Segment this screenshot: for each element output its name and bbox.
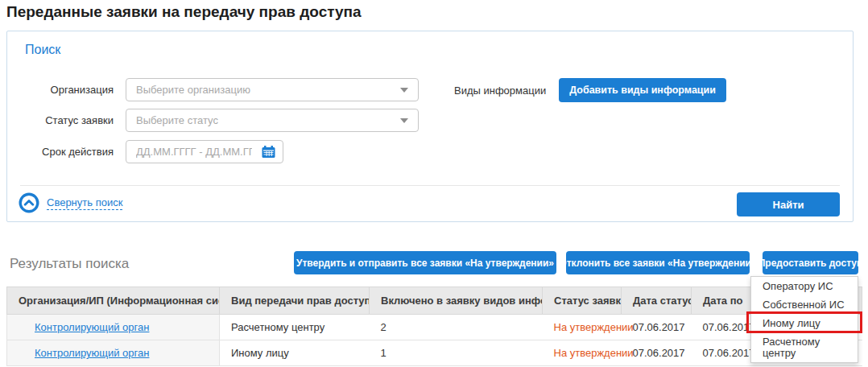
status-select[interactable] [126,109,419,132]
info-types-label: Виды информации [454,85,546,97]
cell-status: На утверждении [543,340,622,366]
status-label: Статус заявки [7,114,114,126]
period-input[interactable] [134,145,254,159]
table-row: Контролирующий орган Расчетному центру 2… [7,315,862,340]
panel-divider [20,185,840,186]
status-row: Статус заявки [7,109,419,132]
calendar-icon[interactable] [262,146,275,159]
page-title: Переданные заявки на передачу прав досту… [6,3,362,21]
cell-transfer-type: Иному лицу [220,340,370,366]
table-row: Контролирующий орган Иному лицу 1 На утв… [7,340,862,366]
header-organization: Организация/ИП (Информационная система) [7,287,220,315]
decline-all-button[interactable]: Отклонить все заявки «На утверждении» [566,251,750,274]
chevron-down-icon [400,118,408,123]
cell-transfer-type: Расчетному центру [220,315,370,340]
organization-row: Организация [7,78,419,101]
status-input[interactable] [134,113,392,127]
add-info-types-button[interactable]: Добавить виды информации [559,78,726,102]
results-title: Результаты поиска [10,256,129,272]
cell-info-count: 2 [370,315,543,340]
search-panel-title: Поиск [25,43,60,57]
find-button[interactable]: Найти [737,192,840,216]
grant-access-button[interactable]: Предоставить доступ [763,251,858,274]
organization-label: Организация [7,84,114,96]
collapse-search[interactable]: Свернуть поиск [19,192,122,213]
header-info-count: Включено в заявку видов информации [370,287,543,315]
menu-item-operator-is[interactable]: Оператору ИС [751,277,858,295]
info-types-row: Виды информации Добавить виды информации [454,78,726,102]
page: Переданные заявки на передачу прав досту… [0,0,868,367]
collapse-circle-up-icon[interactable] [19,192,39,213]
menu-item-other-person[interactable]: Иному лицу [751,314,858,332]
period-row: Срок действия [7,140,283,163]
header-status: Статус заявки [543,287,622,315]
header-transfer-type: Вид передачи прав доступа [220,287,370,315]
organization-input[interactable] [134,83,392,97]
organization-link[interactable]: Контролирующий орган [35,321,149,333]
collapse-search-link[interactable]: Свернуть поиск [47,196,122,210]
cell-status: На утверждении [543,315,622,340]
period-label: Срок действия [7,146,114,158]
search-panel: Поиск Организация Статус заявки Срок дей… [6,31,854,222]
cell-organization: Контролирующий орган [7,340,220,366]
chevron-down-icon [400,88,408,93]
table-header-row: Организация/ИП (Информационная система) … [7,287,862,315]
cell-organization: Контролирующий орган [7,315,220,340]
cell-info-count: 1 [370,340,543,366]
results-table: Организация/ИП (Информационная система) … [6,287,862,366]
grant-access-menu: Оператору ИС Собственной ИС Иному лицу Р… [750,276,858,363]
menu-item-own-is[interactable]: Собственной ИС [751,295,858,314]
header-status-date: Дата статуса [622,287,692,315]
menu-item-settlement-center[interactable]: Расчетному центру [751,332,858,362]
approve-all-button[interactable]: Утвердить и отправить все заявки «На утв… [294,251,556,274]
period-date-range-input[interactable] [126,140,283,163]
organization-select[interactable] [126,78,419,101]
organization-link[interactable]: Контролирующий орган [35,347,149,359]
